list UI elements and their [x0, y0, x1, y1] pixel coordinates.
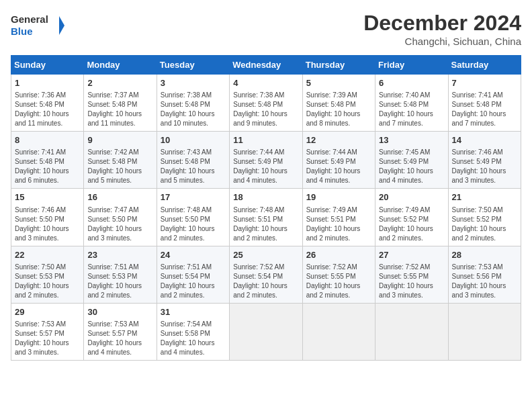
day-detail: Sunset: 5:51 PM [306, 215, 371, 224]
day-number: 1 [15, 77, 80, 89]
calendar-cell: 15Sunrise: 7:46 AMSunset: 5:50 PMDayligh… [11, 189, 84, 246]
day-detail: Daylight: 10 hours [87, 109, 152, 119]
day-detail: and 4 minutes. [233, 176, 298, 185]
calendar-cell: 23Sunrise: 7:51 AMSunset: 5:53 PMDayligh… [84, 246, 157, 303]
day-detail: Sunrise: 7:51 AM [87, 263, 152, 272]
day-detail: and 2 minutes. [87, 291, 152, 300]
day-detail: and 2 minutes. [233, 234, 298, 243]
day-detail: and 7 minutes. [379, 119, 444, 128]
day-detail: Sunrise: 7:52 AM [233, 263, 298, 272]
day-detail: and 4 minutes. [306, 176, 371, 185]
day-detail: Daylight: 10 hours [161, 167, 226, 176]
day-detail: Daylight: 10 hours [87, 224, 152, 234]
day-detail: Sunset: 5:55 PM [306, 272, 371, 281]
day-detail: Sunset: 5:48 PM [15, 100, 80, 109]
day-detail: and 2 minutes. [379, 234, 444, 243]
day-detail: Daylight: 10 hours [15, 224, 80, 234]
day-detail: Daylight: 10 hours [15, 167, 80, 176]
day-detail: and 2 minutes. [161, 234, 226, 243]
day-number: 23 [87, 249, 152, 261]
day-detail: Sunset: 5:56 PM [452, 272, 517, 281]
day-detail: and 2 minutes. [161, 291, 226, 300]
day-detail: Sunrise: 7:54 AM [161, 320, 226, 329]
day-detail: Daylight: 10 hours [306, 281, 371, 291]
day-detail: Sunset: 5:49 PM [306, 157, 371, 167]
day-detail: and 3 minutes. [379, 291, 444, 300]
day-detail: Daylight: 10 hours [87, 167, 152, 176]
day-detail: Sunset: 5:50 PM [161, 215, 226, 224]
calendar-cell: 20Sunrise: 7:49 AMSunset: 5:52 PMDayligh… [375, 189, 448, 246]
day-detail: Sunrise: 7:53 AM [452, 263, 517, 272]
day-detail: Daylight: 10 hours [452, 281, 517, 291]
calendar-cell: 12Sunrise: 7:44 AMSunset: 5:49 PMDayligh… [302, 132, 375, 189]
day-detail: Daylight: 10 hours [161, 281, 226, 291]
day-detail: and 6 minutes. [15, 176, 80, 185]
svg-text:General: General [11, 13, 48, 25]
day-detail: Sunset: 5:48 PM [379, 100, 444, 109]
day-detail: Sunrise: 7:53 AM [15, 320, 80, 329]
calendar-cell: 26Sunrise: 7:52 AMSunset: 5:55 PMDayligh… [302, 246, 375, 303]
day-detail: Daylight: 10 hours [306, 109, 371, 119]
day-detail: Sunrise: 7:43 AM [161, 148, 226, 157]
day-detail: Daylight: 10 hours [15, 338, 80, 348]
day-detail: Sunrise: 7:40 AM [379, 91, 444, 100]
day-detail: Sunrise: 7:41 AM [452, 91, 517, 100]
day-number: 16 [87, 191, 152, 203]
calendar-cell: 4Sunrise: 7:38 AMSunset: 5:48 PMDaylight… [230, 75, 302, 132]
day-detail: Sunset: 5:48 PM [15, 157, 80, 167]
calendar-cell [302, 303, 375, 360]
day-number: 10 [161, 134, 226, 146]
day-detail: and 5 minutes. [161, 176, 226, 185]
day-detail: Sunrise: 7:49 AM [379, 205, 444, 215]
day-number: 24 [161, 249, 226, 261]
weekday-header: Sunday [11, 56, 84, 75]
day-detail: Sunrise: 7:39 AM [306, 91, 371, 100]
calendar-cell: 22Sunrise: 7:50 AMSunset: 5:53 PMDayligh… [11, 246, 84, 303]
day-detail: Sunset: 5:52 PM [379, 215, 444, 224]
day-detail: Daylight: 10 hours [233, 281, 298, 291]
day-detail: Sunset: 5:50 PM [87, 215, 152, 224]
calendar-cell: 30Sunrise: 7:53 AMSunset: 5:57 PMDayligh… [84, 303, 157, 360]
svg-text:Blue: Blue [11, 26, 33, 37]
day-number: 6 [379, 77, 444, 89]
day-number: 25 [233, 249, 298, 261]
day-detail: Daylight: 10 hours [161, 338, 226, 348]
day-detail: Sunrise: 7:36 AM [15, 91, 80, 100]
day-detail: Sunrise: 7:48 AM [161, 205, 226, 215]
day-detail: Daylight: 10 hours [15, 109, 80, 119]
day-detail: Daylight: 10 hours [233, 224, 298, 234]
calendar-cell: 10Sunrise: 7:43 AMSunset: 5:48 PMDayligh… [157, 132, 229, 189]
day-detail: and 4 minutes. [161, 348, 226, 357]
day-number: 18 [233, 191, 298, 203]
day-detail: Sunrise: 7:38 AM [161, 91, 226, 100]
day-number: 20 [379, 191, 444, 203]
page-header: General Blue December 2024 Changchi, Sic… [11, 11, 521, 47]
day-detail: Sunset: 5:48 PM [452, 100, 517, 109]
day-detail: Sunset: 5:49 PM [452, 157, 517, 167]
weekday-header: Saturday [448, 56, 521, 75]
day-detail: Sunrise: 7:50 AM [15, 263, 80, 272]
calendar-cell: 21Sunrise: 7:50 AMSunset: 5:52 PMDayligh… [448, 189, 521, 246]
calendar-cell: 1Sunrise: 7:36 AMSunset: 5:48 PMDaylight… [11, 75, 84, 132]
calendar-cell: 28Sunrise: 7:53 AMSunset: 5:56 PMDayligh… [448, 246, 521, 303]
day-detail: Daylight: 10 hours [87, 281, 152, 291]
weekday-header: Friday [375, 56, 448, 75]
calendar-cell: 9Sunrise: 7:42 AMSunset: 5:48 PMDaylight… [84, 132, 157, 189]
day-detail: Sunrise: 7:44 AM [306, 148, 371, 157]
day-detail: Daylight: 10 hours [379, 224, 444, 234]
day-detail: Daylight: 10 hours [452, 224, 517, 234]
day-detail: Sunset: 5:49 PM [233, 157, 298, 167]
calendar-cell: 29Sunrise: 7:53 AMSunset: 5:57 PMDayligh… [11, 303, 84, 360]
day-detail: Sunrise: 7:44 AM [233, 148, 298, 157]
day-number: 14 [452, 134, 517, 146]
weekday-header: Wednesday [230, 56, 302, 75]
day-detail: and 3 minutes. [452, 291, 517, 300]
calendar-table: SundayMondayTuesdayWednesdayThursdayFrid… [11, 55, 521, 361]
day-detail: and 11 minutes. [15, 119, 80, 128]
calendar-cell: 24Sunrise: 7:51 AMSunset: 5:54 PMDayligh… [157, 246, 229, 303]
day-number: 30 [87, 306, 152, 318]
calendar-cell: 16Sunrise: 7:47 AMSunset: 5:50 PMDayligh… [84, 189, 157, 246]
day-detail: Sunset: 5:57 PM [15, 329, 80, 338]
day-detail: Daylight: 10 hours [379, 281, 444, 291]
day-number: 4 [233, 77, 298, 89]
